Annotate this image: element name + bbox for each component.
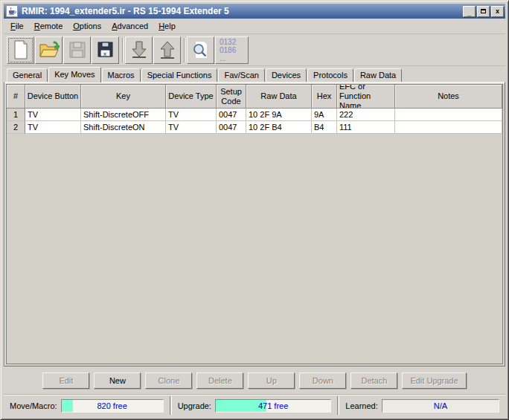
app-window: RMIR: 1994_extender5.ir - RS 15-1994 Ext… bbox=[0, 0, 509, 420]
col-header-device-type[interactable]: Device Type bbox=[166, 85, 217, 109]
learned-value: N/A bbox=[382, 400, 499, 412]
minimize-icon: _ bbox=[467, 10, 471, 17]
cell-device-button[interactable]: TV bbox=[25, 109, 81, 121]
cell-efc[interactable]: 111 bbox=[337, 121, 395, 134]
toolbar-separator bbox=[182, 36, 187, 64]
download-arrow-icon bbox=[130, 40, 148, 59]
new-keymove-button[interactable]: New bbox=[94, 372, 141, 389]
toolbar-separator bbox=[120, 36, 125, 64]
titlebar[interactable]: RMIR: 1994_extender5.ir - RS 15-1994 Ext… bbox=[4, 4, 505, 19]
edit-button[interactable]: Edit bbox=[42, 372, 89, 389]
cell-device-type[interactable]: TV bbox=[166, 121, 217, 134]
menu-advanced[interactable]: Advanced bbox=[106, 20, 153, 32]
delete-button[interactable]: Delete bbox=[196, 372, 243, 389]
table-empty-area[interactable] bbox=[7, 134, 502, 364]
table-row[interactable]: 1 TV Shift-DiscreteOFF TV 0047 10 2F 9A … bbox=[7, 109, 502, 121]
tab-devices[interactable]: Devices bbox=[266, 68, 307, 82]
cell-hex[interactable]: B4 bbox=[312, 121, 337, 134]
menu-remote[interactable]: Remote bbox=[29, 20, 68, 32]
clone-button[interactable]: Clone bbox=[145, 372, 192, 389]
save-button[interactable] bbox=[63, 36, 91, 64]
col-header-device-button[interactable]: Device Button bbox=[25, 85, 81, 109]
cell-key[interactable]: Shift-DiscreteON bbox=[81, 121, 166, 134]
tab-special-functions[interactable]: Special Functions bbox=[141, 68, 218, 82]
maximize-button[interactable] bbox=[477, 6, 490, 17]
cell-setup-code[interactable]: 0047 bbox=[217, 109, 246, 121]
status-move-macro: Move/Macro: 820 free bbox=[4, 399, 170, 413]
tab-protocols[interactable]: Protocols bbox=[307, 68, 353, 82]
preview-button[interactable] bbox=[187, 36, 214, 64]
col-header-key[interactable]: Key bbox=[81, 85, 166, 109]
open-folder-icon bbox=[39, 40, 60, 59]
move-macro-meter: 820 free bbox=[61, 399, 164, 413]
cell-notes[interactable] bbox=[395, 109, 502, 121]
learned-label: Learned: bbox=[345, 401, 377, 410]
save-floppy-icon-disabled bbox=[68, 41, 86, 59]
col-header-notes[interactable]: Notes bbox=[395, 85, 502, 109]
table-row[interactable]: 2 TV Shift-DiscreteON TV 0047 10 2F B4 B… bbox=[7, 121, 502, 134]
key-moves-panel: # Device Button Key Device Type Setup Co… bbox=[4, 82, 505, 366]
maximize-icon bbox=[481, 9, 486, 13]
new-button[interactable] bbox=[7, 36, 34, 64]
new-document-icon bbox=[12, 40, 30, 59]
save-as-button[interactable]: x bbox=[92, 36, 119, 64]
tab-raw-data[interactable]: Raw Data bbox=[354, 68, 402, 82]
cell-setup-code[interactable]: 0047 bbox=[217, 121, 246, 134]
save-as-floppy-icon: x bbox=[96, 40, 115, 59]
upgrade-meter: 471 free bbox=[215, 399, 331, 413]
menu-options[interactable]: Options bbox=[68, 20, 106, 32]
open-button[interactable] bbox=[35, 36, 63, 64]
menubar: File Remote Options Advanced Help bbox=[4, 19, 505, 34]
col-header-hex[interactable]: Hex bbox=[312, 85, 337, 109]
key-moves-table: # Device Button Key Device Type Setup Co… bbox=[6, 84, 503, 364]
menu-file[interactable]: File bbox=[5, 20, 29, 32]
tab-fav-scan[interactable]: Fav/Scan bbox=[218, 68, 264, 82]
edit-upgrade-button[interactable]: Edit Upgrade bbox=[402, 372, 466, 389]
cell-device-button[interactable]: TV bbox=[25, 121, 81, 134]
minimize-button[interactable]: _ bbox=[463, 6, 476, 17]
statusbar: Move/Macro: 820 free Upgrade: 471 free L… bbox=[4, 394, 505, 416]
setup-codes-button[interactable]: 0132 0186 ... bbox=[215, 36, 249, 64]
tab-key-moves[interactable]: Key Moves bbox=[48, 67, 100, 83]
setup-codes-more: ... bbox=[220, 54, 225, 62]
svg-text:x: x bbox=[103, 51, 106, 57]
cell-device-type[interactable]: TV bbox=[166, 109, 217, 121]
cell-raw-data[interactable]: 10 2F 9A bbox=[246, 109, 312, 121]
table-header-row: # Device Button Key Device Type Setup Co… bbox=[7, 85, 502, 109]
tab-general[interactable]: General bbox=[7, 68, 48, 82]
page-magnifier-icon bbox=[191, 40, 211, 59]
detach-button[interactable]: Detach bbox=[350, 372, 397, 389]
cell-notes[interactable] bbox=[395, 121, 502, 134]
col-header-num[interactable]: # bbox=[7, 85, 25, 109]
window-title: RMIR: 1994_extender5.ir - RS 15-1994 Ext… bbox=[22, 6, 463, 16]
up-button[interactable]: Up bbox=[248, 372, 295, 389]
move-macro-value: 820 free bbox=[62, 400, 163, 412]
col-header-raw-data[interactable]: Raw Data bbox=[246, 85, 312, 109]
status-upgrade: Upgrade: 471 free bbox=[172, 399, 338, 413]
upload-arrow-icon bbox=[159, 40, 176, 59]
action-button-row: Edit New Clone Delete Up Down Detach Edi… bbox=[4, 366, 505, 391]
down-button[interactable]: Down bbox=[299, 372, 346, 389]
close-icon: x bbox=[496, 8, 499, 15]
cell-key[interactable]: Shift-DiscreteOFF bbox=[81, 109, 166, 121]
cell-raw-data[interactable]: 10 2F B4 bbox=[246, 121, 312, 134]
tab-macros[interactable]: Macros bbox=[102, 68, 141, 82]
col-header-setup-code[interactable]: Setup Code bbox=[217, 85, 246, 109]
java-app-icon bbox=[6, 5, 18, 17]
close-button[interactable]: x bbox=[491, 6, 504, 17]
learned-field: N/A bbox=[382, 399, 499, 413]
toolbar: x 0132 0186 ... bbox=[4, 34, 505, 66]
tabstrip: General Key Moves Macros Special Functio… bbox=[4, 66, 505, 82]
upload-to-remote-button[interactable] bbox=[153, 36, 181, 64]
row-number: 2 bbox=[7, 121, 25, 134]
upgrade-label: Upgrade: bbox=[178, 401, 211, 410]
cell-hex[interactable]: 9A bbox=[312, 109, 337, 121]
col-header-efc[interactable]: EFC or Function Name bbox=[337, 85, 395, 109]
status-learned: Learned: N/A bbox=[339, 399, 505, 413]
cell-efc[interactable]: 222 bbox=[337, 109, 395, 121]
upgrade-value: 471 free bbox=[216, 400, 330, 412]
setup-code-2: 0186 bbox=[220, 46, 236, 54]
move-macro-label: Move/Macro: bbox=[10, 401, 57, 410]
menu-help[interactable]: Help bbox=[153, 20, 181, 32]
download-from-remote-button[interactable] bbox=[125, 36, 153, 64]
